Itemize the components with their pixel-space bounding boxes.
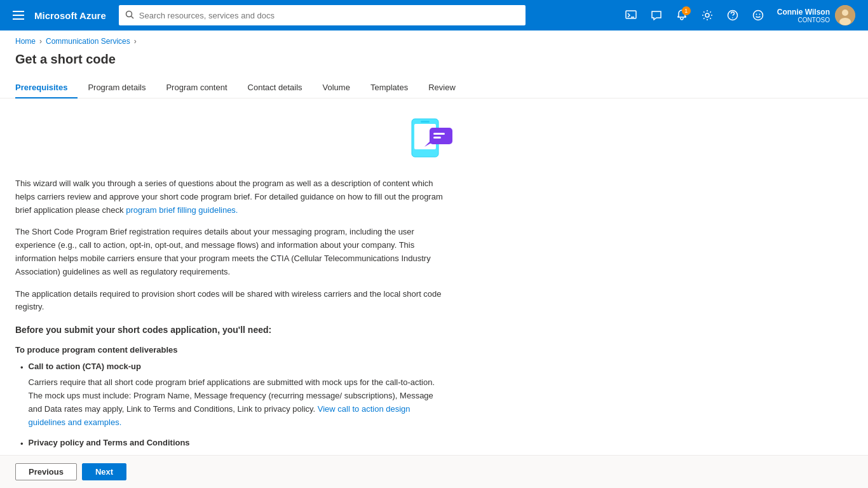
avatar bbox=[835, 5, 855, 25]
feedback-icon[interactable] bbox=[645, 4, 668, 27]
tab-review[interactable]: Review bbox=[418, 78, 466, 98]
intro-paragraph-2: The Short Code Program Brief registratio… bbox=[15, 226, 447, 278]
next-button[interactable]: Next bbox=[82, 463, 126, 480]
bullet-title-2: Privacy policy and Terms and Conditions bbox=[29, 437, 447, 450]
bullet-item-1: • Call to action (CTA) mock-up Carriers … bbox=[15, 360, 447, 429]
tab-program-details[interactable]: Program details bbox=[78, 78, 156, 98]
breadcrumb-home[interactable]: Home bbox=[15, 37, 36, 46]
svg-point-14 bbox=[842, 10, 848, 16]
bullet-content-1: Call to action (CTA) mock-up Carriers re… bbox=[29, 360, 447, 429]
tab-templates[interactable]: Templates bbox=[360, 78, 418, 98]
search-icon bbox=[125, 10, 134, 21]
notification-badge: 1 bbox=[682, 6, 691, 15]
svg-rect-18 bbox=[421, 121, 430, 123]
tab-prerequisites[interactable]: Prerequisites bbox=[15, 78, 78, 98]
svg-rect-20 bbox=[433, 133, 445, 135]
content-body: This wizard will walk you through a seri… bbox=[15, 177, 447, 455]
bullet-dot-1: • bbox=[20, 362, 24, 429]
breadcrumb-service[interactable]: Communication Services bbox=[46, 37, 130, 46]
search-input[interactable] bbox=[139, 11, 519, 20]
svg-point-9 bbox=[732, 17, 733, 18]
breadcrumb-sep-1: › bbox=[39, 37, 42, 46]
previous-button[interactable]: Previous bbox=[15, 463, 77, 480]
tab-program-content[interactable]: Program content bbox=[156, 78, 237, 98]
svg-point-10 bbox=[753, 11, 763, 20]
svg-point-3 bbox=[126, 11, 132, 17]
svg-point-11 bbox=[756, 14, 757, 15]
breadcrumb-sep-2: › bbox=[134, 37, 137, 46]
bullet-item-2: • Privacy policy and Terms and Condition… bbox=[15, 437, 447, 455]
intro-paragraph-1: This wizard will walk you through a seri… bbox=[15, 177, 447, 217]
settings-icon[interactable] bbox=[696, 4, 719, 27]
section-heading: Before you submit your short codes appli… bbox=[15, 323, 447, 337]
azure-logo[interactable]: Microsoft Azure bbox=[34, 10, 106, 21]
svg-rect-21 bbox=[433, 137, 441, 139]
content-area: This wizard will walk you through a seri… bbox=[0, 98, 868, 455]
user-name: Connie Wilson bbox=[777, 8, 830, 17]
intro-paragraph-3: The application details required to prov… bbox=[15, 288, 447, 315]
program-brief-link[interactable]: program brief filling guidelines. bbox=[126, 205, 238, 215]
svg-line-4 bbox=[131, 16, 133, 18]
svg-point-15 bbox=[839, 18, 851, 25]
bullet-content-2: Privacy policy and Terms and Conditions … bbox=[29, 437, 447, 455]
breadcrumb: Home › Communication Services › bbox=[0, 30, 868, 50]
svg-point-7 bbox=[705, 13, 709, 17]
user-profile[interactable]: Connie Wilson CONTOSO bbox=[772, 3, 860, 28]
main-content: Home › Communication Services › Get a sh… bbox=[0, 30, 868, 488]
user-org: CONTOSO bbox=[777, 17, 830, 24]
svg-rect-0 bbox=[13, 11, 24, 12]
bullet-dot-2: • bbox=[20, 438, 24, 455]
page-title: Get a short code bbox=[0, 50, 868, 77]
nav-icons: 1 Connie Wilson bbox=[620, 3, 860, 28]
bottom-bar: Previous Next bbox=[0, 455, 868, 488]
top-navigation: Microsoft Azure 1 bbox=[0, 0, 868, 30]
svg-point-12 bbox=[759, 14, 760, 15]
svg-rect-1 bbox=[13, 15, 24, 16]
bullet-title-1: Call to action (CTA) mock-up bbox=[29, 360, 447, 374]
illustration bbox=[15, 114, 853, 165]
svg-rect-2 bbox=[13, 18, 24, 20]
search-bar bbox=[119, 5, 526, 25]
tab-bar: Prerequisites Program details Program co… bbox=[0, 77, 868, 98]
smile-icon[interactable] bbox=[747, 4, 770, 27]
cloud-shell-icon[interactable] bbox=[620, 4, 642, 27]
user-info: Connie Wilson CONTOSO bbox=[777, 8, 830, 24]
tab-contact-details[interactable]: Contact details bbox=[238, 78, 313, 98]
notifications-icon[interactable]: 1 bbox=[670, 4, 693, 27]
sub-heading: To produce program content deliverables bbox=[15, 344, 447, 357]
tab-volume[interactable]: Volume bbox=[313, 78, 360, 98]
help-icon[interactable] bbox=[721, 4, 744, 27]
hamburger-menu-button[interactable] bbox=[8, 8, 29, 22]
